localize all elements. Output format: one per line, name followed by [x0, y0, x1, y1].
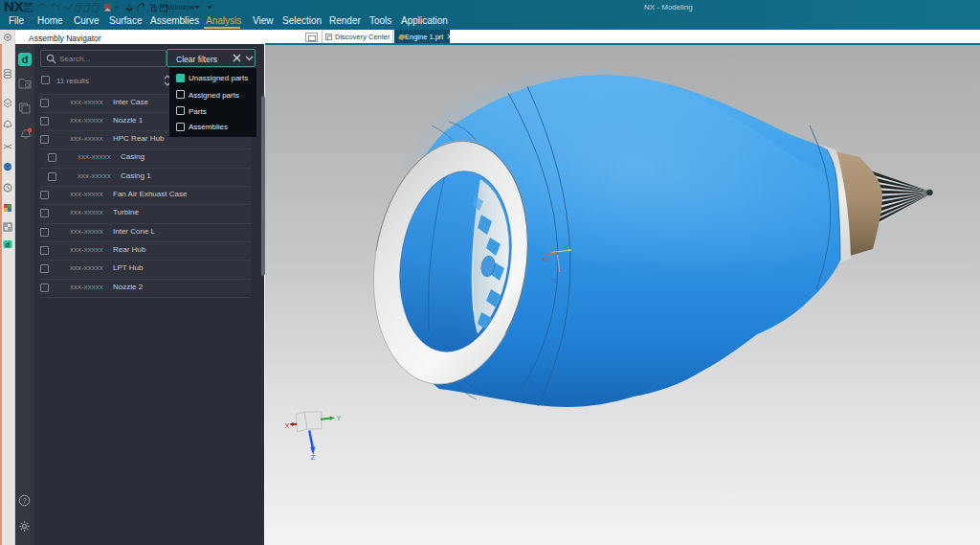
svg-text:Z: Z — [311, 453, 316, 462]
svg-text:Y: Y — [337, 414, 342, 422]
svg-text:d: d — [6, 241, 10, 248]
svg-text:X: X — [285, 421, 290, 430]
svg-text:XC: XC — [542, 257, 550, 262]
svg-text:ZC: ZC — [551, 278, 560, 284]
svg-text:YC: YC — [566, 244, 574, 250]
svg-text:?: ? — [22, 496, 27, 505]
